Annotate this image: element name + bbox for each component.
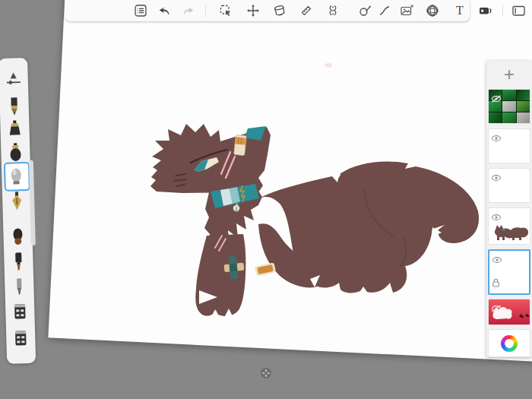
- layer-card-blank-2[interactable]: [488, 168, 530, 203]
- brush-pencil[interactable]: [5, 96, 24, 118]
- palette-scroll-handle[interactable]: [29, 160, 36, 245]
- toolbar-separator: [205, 5, 206, 17]
- ruler-icon[interactable]: [299, 3, 314, 18]
- transform-move-icon[interactable]: [245, 3, 261, 18]
- layer-card-active[interactable]: [488, 249, 530, 295]
- fill-tool-icon[interactable]: [272, 3, 287, 18]
- color-wheel[interactable]: [501, 335, 518, 352]
- layer-card-red-art[interactable]: [488, 299, 530, 325]
- brush-round[interactable]: [6, 141, 25, 163]
- text-tool-glyph: T: [456, 5, 464, 17]
- eye-icon[interactable]: [492, 253, 502, 267]
- brush-soft-pencil[interactable]: [10, 277, 29, 299]
- color-card[interactable]: [488, 329, 530, 357]
- canvas-nav-puck[interactable]: [260, 367, 272, 382]
- add-layer-glyph: +: [504, 65, 515, 84]
- menu-list-icon[interactable]: [133, 3, 148, 18]
- import-image-icon[interactable]: [399, 3, 414, 18]
- selection-tool-icon[interactable]: [218, 3, 233, 18]
- layer-card-blank-1[interactable]: [488, 128, 530, 163]
- brush-shader[interactable]: [5, 119, 24, 141]
- brush-round-brown[interactable]: [8, 226, 27, 248]
- eye-icon[interactable]: [491, 131, 502, 145]
- brush-size-adjuster[interactable]: [4, 69, 23, 91]
- eye-icon[interactable]: [491, 171, 502, 185]
- brush-palette: [0, 58, 36, 364]
- eye-icon[interactable]: [491, 211, 502, 224]
- canvas-frame-icon[interactable]: [511, 3, 526, 18]
- shape-tool-icon[interactable]: [357, 3, 372, 18]
- time-lapse-camera-icon[interactable]: [478, 3, 493, 18]
- brush-texture-2[interactable]: [11, 328, 30, 350]
- perspective-icon[interactable]: [425, 3, 440, 18]
- stroke-curve-icon[interactable]: [377, 3, 392, 18]
- eye-off-icon[interactable]: [491, 302, 502, 315]
- layer-card-cat-sketch[interactable]: [488, 207, 530, 245]
- brush-ink-pen[interactable]: [8, 191, 27, 213]
- lock-icon: [492, 277, 500, 291]
- drawing-canvas[interactable]: [48, 0, 532, 378]
- text-tool-icon[interactable]: T: [452, 3, 467, 18]
- brush-airbrush[interactable]: [7, 165, 26, 187]
- app-window: T: [0, 0, 532, 399]
- layer-card-photo-collage[interactable]: [488, 89, 530, 124]
- symmetry-icon[interactable]: [325, 3, 340, 18]
- brush-marker[interactable]: [9, 251, 28, 273]
- eye-off-icon[interactable]: [491, 92, 502, 106]
- add-layer-button[interactable]: +: [486, 64, 532, 85]
- toolbar-separator: [502, 5, 503, 17]
- layers-panel: +: [486, 61, 532, 357]
- redo-icon[interactable]: [180, 3, 195, 18]
- brush-texture-1[interactable]: [11, 302, 30, 324]
- undo-icon[interactable]: [157, 3, 173, 18]
- top-toolbar: T: [65, 0, 470, 21]
